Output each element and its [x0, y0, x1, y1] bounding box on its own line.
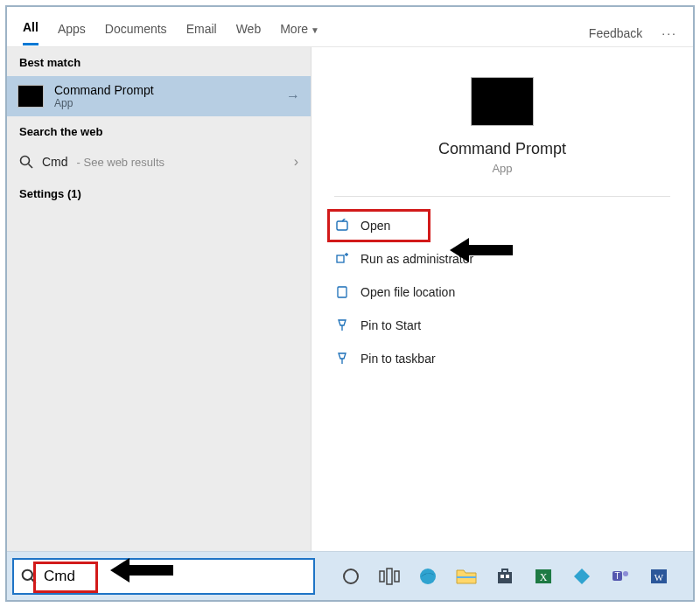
- svg-rect-8: [380, 571, 384, 582]
- svg-rect-13: [498, 572, 512, 583]
- action-pin-taskbar-label: Pin to taskbar: [360, 352, 436, 366]
- action-open-label: Open: [360, 219, 390, 233]
- search-icon: [21, 569, 37, 584]
- svg-line-1: [29, 164, 33, 169]
- action-pin-start-label: Pin to Start: [360, 318, 421, 332]
- svg-point-19: [623, 571, 628, 576]
- best-match-header: Best match: [7, 47, 311, 76]
- svg-rect-4: [338, 287, 346, 297]
- preview-title: Command Prompt: [438, 140, 566, 158]
- edge-icon[interactable]: [416, 565, 439, 588]
- feedback-link[interactable]: Feedback: [589, 26, 642, 40]
- store-icon[interactable]: [494, 565, 516, 588]
- teams-icon[interactable]: T: [609, 565, 632, 588]
- excel-icon[interactable]: X: [532, 565, 555, 588]
- preview-actions: Open Run as administrator Open file loca…: [312, 211, 693, 373]
- pin-start-icon: [334, 317, 350, 333]
- taskview-icon[interactable]: [378, 565, 401, 588]
- folder-icon: [334, 284, 350, 300]
- svg-point-5: [23, 569, 32, 579]
- chevron-down-icon: ▼: [311, 25, 319, 35]
- web-query-text: Cmd: [42, 155, 68, 169]
- preview-subtitle: App: [492, 162, 512, 175]
- cmd-thumb-icon: [18, 85, 44, 108]
- pin-taskbar-icon: [334, 351, 350, 366]
- tab-web[interactable]: Web: [236, 22, 262, 45]
- svg-point-7: [344, 569, 358, 583]
- options-dots-icon[interactable]: ···: [662, 26, 677, 40]
- arrow-right-icon: →: [286, 88, 300, 104]
- preview-right-pane: Command Prompt App Open Run as administr…: [312, 47, 693, 551]
- admin-icon: [334, 251, 350, 267]
- settings-header: Settings (1): [7, 178, 311, 207]
- svg-text:X: X: [540, 571, 548, 583]
- tab-all[interactable]: All: [23, 20, 38, 45]
- web-hint-text: - See web results: [77, 156, 164, 169]
- taskbar-search-input[interactable]: [44, 568, 306, 585]
- search-tabs: All Apps Documents Email Web More▼ Feedb…: [7, 7, 693, 47]
- tab-email[interactable]: Email: [186, 22, 217, 45]
- action-pin-start[interactable]: Pin to Start: [329, 310, 676, 340]
- file-explorer-icon[interactable]: [455, 565, 478, 588]
- svg-rect-10: [395, 571, 399, 582]
- open-icon: [334, 218, 350, 234]
- svg-rect-9: [387, 569, 392, 584]
- tab-documents[interactable]: Documents: [105, 22, 167, 45]
- results-left-pane: Best match Command Prompt App → Search t…: [7, 47, 312, 551]
- web-result-row[interactable]: Cmd - See web results ›: [7, 145, 311, 178]
- tab-more-label: More: [280, 22, 308, 36]
- chevron-right-icon: ›: [294, 154, 298, 170]
- windows-taskbar: X T W: [7, 551, 693, 600]
- svg-text:T: T: [614, 571, 620, 581]
- svg-rect-14: [500, 575, 504, 578]
- best-match-result[interactable]: Command Prompt App →: [7, 76, 311, 116]
- taskbar-pinned-apps: X T W: [340, 565, 670, 588]
- search-icon: [19, 155, 33, 169]
- action-open[interactable]: Open: [329, 211, 429, 241]
- kodi-icon[interactable]: [570, 565, 593, 588]
- svg-rect-3: [337, 255, 344, 262]
- word-icon[interactable]: W: [648, 565, 670, 588]
- tab-apps[interactable]: Apps: [58, 22, 86, 45]
- tab-more[interactable]: More▼: [280, 22, 319, 45]
- svg-rect-15: [506, 575, 509, 578]
- best-match-title: Command Prompt: [54, 83, 154, 97]
- svg-point-0: [21, 157, 30, 165]
- svg-point-11: [420, 569, 436, 584]
- svg-rect-12: [457, 576, 476, 578]
- action-open-location-label: Open file location: [360, 285, 455, 299]
- action-run-admin[interactable]: Run as administrator: [329, 244, 676, 274]
- action-pin-taskbar[interactable]: Pin to taskbar: [329, 344, 676, 373]
- cortana-icon[interactable]: [340, 565, 362, 588]
- divider: [334, 196, 670, 197]
- search-web-header: Search the web: [7, 116, 311, 145]
- cmd-large-thumb-icon: [471, 77, 534, 126]
- svg-rect-2: [337, 221, 347, 230]
- taskbar-search[interactable]: [12, 558, 315, 595]
- svg-line-6: [32, 578, 36, 583]
- action-run-admin-label: Run as administrator: [360, 252, 473, 266]
- best-match-subtitle: App: [54, 97, 154, 109]
- action-open-location[interactable]: Open file location: [329, 277, 676, 307]
- svg-text:W: W: [654, 572, 664, 583]
